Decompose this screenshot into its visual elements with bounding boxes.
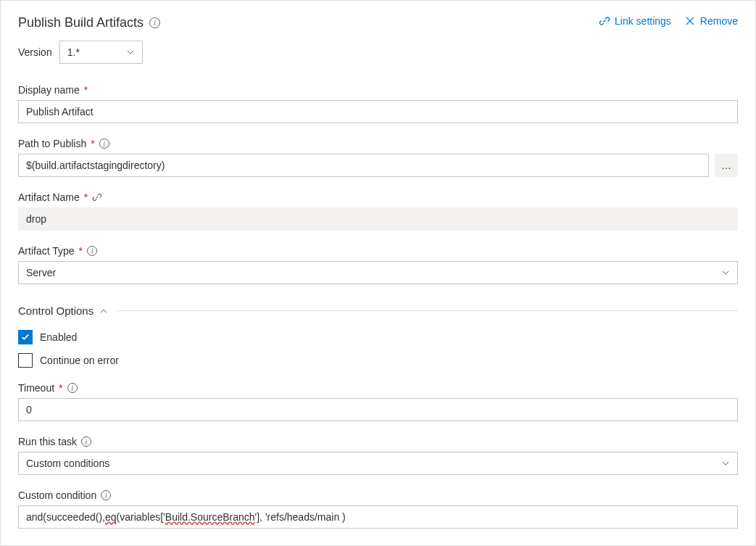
artifact-type-value: Server [26, 267, 56, 278]
required-marker: * [84, 84, 88, 96]
check-icon [20, 332, 30, 342]
run-this-task-label: Run this task [18, 436, 77, 447]
version-label: Version [18, 46, 52, 58]
path-to-publish-label: Path to Publish [18, 138, 86, 149]
artifact-type-select[interactable]: Server [18, 261, 738, 284]
version-select[interactable]: 1.* [59, 41, 143, 64]
link-settings-button[interactable]: Link settings [599, 15, 671, 27]
display-name-input[interactable] [18, 100, 738, 123]
info-icon[interactable]: i [81, 437, 91, 447]
remove-label: Remove [700, 15, 738, 27]
info-icon[interactable]: i [67, 383, 78, 393]
page-title: Publish Build Artifacts [18, 15, 144, 30]
browse-button[interactable]: … [715, 154, 738, 177]
enabled-label: Enabled [40, 331, 77, 343]
control-options-title: Control Options [18, 305, 94, 317]
close-icon [684, 15, 696, 27]
chevron-down-icon [126, 48, 135, 57]
custom-condition-input[interactable]: and(succeeded(), eq(variables['Build.Sou… [18, 505, 738, 529]
link-settings-label: Link settings [615, 15, 671, 27]
required-marker: * [59, 382, 62, 394]
run-this-task-select[interactable]: Custom conditions [18, 452, 738, 475]
chevron-down-icon [721, 268, 730, 277]
path-to-publish-input[interactable] [18, 154, 709, 177]
info-icon[interactable]: i [87, 246, 97, 256]
timeout-input[interactable] [18, 398, 738, 421]
required-marker: * [91, 138, 94, 149]
divider [117, 310, 738, 311]
continue-on-error-checkbox[interactable] [18, 353, 33, 368]
control-options-header[interactable]: Control Options [18, 305, 738, 318]
artifact-type-label: Artifact Type [18, 245, 75, 257]
timeout-label: Timeout [18, 382, 54, 394]
chevron-up-icon [99, 307, 108, 315]
display-name-label: Display name [18, 84, 80, 96]
remove-button[interactable]: Remove [684, 15, 738, 27]
custom-condition-label: Custom condition [18, 489, 96, 501]
info-icon[interactable]: i [149, 17, 160, 28]
info-icon[interactable]: i [101, 490, 111, 500]
chevron-down-icon [721, 459, 730, 468]
required-marker: * [79, 245, 83, 257]
run-this-task-value: Custom conditions [26, 458, 109, 469]
link-icon [599, 15, 610, 27]
required-marker: * [84, 191, 88, 203]
info-icon[interactable]: i [99, 138, 109, 149]
enabled-checkbox[interactable] [18, 330, 33, 344]
version-value: 1.* [67, 46, 80, 58]
continue-on-error-label: Continue on error [40, 355, 119, 366]
link-icon[interactable] [92, 192, 102, 202]
artifact-name-input[interactable] [18, 207, 738, 231]
artifact-name-label: Artifact Name [18, 191, 80, 203]
